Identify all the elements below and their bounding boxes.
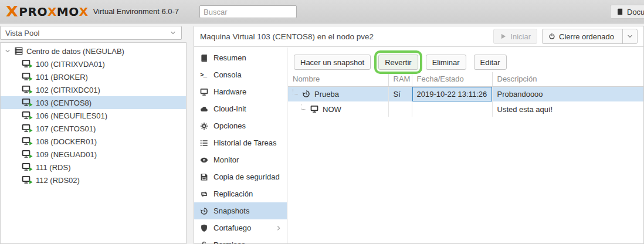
main-panel: Maquina Virtual 103 (CENTOS8) en el nodo… [194, 26, 644, 244]
menu-item-monitor[interactable]: Monitor [194, 151, 287, 168]
menu-item-historial[interactable]: Historial de Tareas [194, 134, 287, 151]
start-button[interactable]: Iniciar [493, 29, 537, 44]
unlock-icon [200, 241, 208, 244]
desktop-icon [200, 88, 208, 96]
tree-node-vm[interactable]: 108 (DOCKER01) [1, 135, 186, 148]
vm-running-icon [22, 162, 32, 172]
terminal-icon: >_ [200, 72, 208, 79]
shutdown-dropdown-arrow[interactable] [622, 29, 637, 43]
menu-item-replicacion[interactable]: Replicación [194, 185, 287, 202]
view-mode-select[interactable]: Vista Pool [0, 26, 182, 40]
list-icon [200, 139, 208, 147]
tree-node-vm[interactable]: 102 (CITRIXDC01) [1, 83, 186, 96]
vm-header: Maquina Virtual 103 (CENTOS8) en el nodo… [194, 26, 643, 47]
vm-running-icon [22, 175, 32, 185]
snapshots-content: Hacer un snapshot Revertir Eliminar Edit… [288, 48, 643, 243]
gear-icon [200, 122, 208, 130]
vm-running-icon [22, 59, 32, 69]
rollback-button[interactable]: Revertir [378, 55, 418, 70]
proxmox-logo: XPROXMOX [6, 2, 89, 21]
expander-icon[interactable] [4, 48, 11, 55]
column-header-nombre[interactable]: Nombre [288, 72, 388, 86]
tree-elbow [301, 104, 306, 110]
version-label: Virtual Environment 6.0-7 [93, 7, 179, 16]
tree-node-vm[interactable]: 100 (CITRIXVDA01) [1, 57, 186, 70]
search-input[interactable] [199, 5, 297, 18]
menu-item-cloud-init[interactable]: Cloud-Init [194, 100, 287, 117]
snapshot-date-cell[interactable]: 2019-10-22 13:11:26 [412, 86, 492, 101]
vm-running-icon [22, 150, 32, 159]
tree-node-vm[interactable]: 109 (NEGUAD01) [1, 148, 186, 161]
book-icon [200, 54, 208, 62]
chevron-down-icon [626, 33, 633, 40]
tree-node-vm[interactable]: 111 (RDS) [1, 161, 186, 174]
chevron-down-icon [170, 29, 177, 36]
vm-running-icon [22, 137, 32, 146]
column-header-fecha[interactable]: Fecha/Estado [412, 72, 492, 86]
vm-running-icon [22, 98, 32, 107]
column-header-ram[interactable]: RAM [388, 72, 412, 86]
history-icon [302, 90, 310, 98]
power-icon [548, 33, 555, 40]
logo-x-mark: X [6, 3, 18, 20]
menu-item-cortafuego[interactable]: Cortafuego [194, 219, 287, 236]
take-snapshot-button[interactable]: Hacer un snapshot [294, 55, 371, 70]
retweet-icon [200, 190, 208, 198]
menu-item-opciones[interactable]: Opciones [194, 117, 287, 134]
book-icon [616, 8, 623, 15]
edit-snapshot-button[interactable]: Editar [474, 55, 507, 70]
eye-icon [200, 156, 208, 164]
desktop-icon [310, 105, 318, 113]
server-icon [15, 47, 23, 55]
menu-item-snapshots[interactable]: Snapshots [194, 202, 287, 219]
history-icon [200, 207, 208, 215]
play-icon [500, 33, 507, 40]
tree-node-datacenter[interactable]: Centro de datos (NEGULAB) [1, 45, 186, 57]
snapshot-toolbar: Hacer un snapshot Revertir Eliminar Edit… [288, 48, 643, 72]
tree-node-vm[interactable]: 101 (BROKER) [1, 70, 186, 83]
tree-node-vm[interactable]: 106 (NEGUFILES01) [1, 109, 186, 122]
menu-item-resumen[interactable]: Resumen [194, 49, 287, 66]
vm-running-icon [22, 124, 32, 133]
shield-icon [200, 224, 208, 232]
snapshots-table: Nombre RAM Fecha/Estado Descripción Prue… [288, 72, 643, 117]
remove-snapshot-button[interactable]: Eliminar [426, 55, 466, 70]
tree-node-vm[interactable]: 107 (CENTOS01) [1, 122, 186, 135]
vm-section-menu: Resumen >_ Consola Hardware Cloud-Init O… [194, 48, 287, 243]
column-header-descripcion[interactable]: Descripción [492, 72, 643, 86]
vm-running-icon [22, 85, 32, 94]
tree-elbow [293, 89, 298, 94]
chevron-right-icon [275, 225, 282, 232]
menu-item-consola[interactable]: >_ Consola [194, 66, 287, 83]
vm-running-icon [22, 72, 32, 82]
rollback-highlight-ring: Revertir [374, 50, 422, 74]
vm-running-icon [22, 111, 32, 120]
menu-item-copia-seguridad[interactable]: Copia de seguridad [194, 168, 287, 185]
resource-tree: Centro de datos (NEGULAB) 100 (CITRIXVDA… [0, 42, 187, 244]
table-row-snapshot[interactable]: Prueba Sí 2019-10-22 13:11:26 Probandooo… [288, 86, 643, 101]
tree-node-vm-selected[interactable]: 103 (CENTOS8) [1, 96, 186, 109]
menu-item-hardware[interactable]: Hardware [194, 83, 287, 100]
page-title: Maquina Virtual 103 (CENTOS8) en el nodo… [200, 32, 374, 41]
table-row-now[interactable]: NOW Usted esta aquí! [288, 101, 643, 117]
cloud-icon [200, 105, 208, 113]
menu-item-permisos[interactable]: Permisos [194, 236, 287, 244]
documentation-button[interactable]: Documentación [610, 5, 644, 19]
tree-node-vm[interactable]: 112 (RDS02) [1, 174, 186, 187]
floppy-icon [200, 173, 208, 181]
shutdown-button[interactable]: Cierre ordenado [542, 29, 638, 44]
top-bar: XPROXMOX Virtual Environment 6.0-7 Docum… [0, 0, 644, 23]
